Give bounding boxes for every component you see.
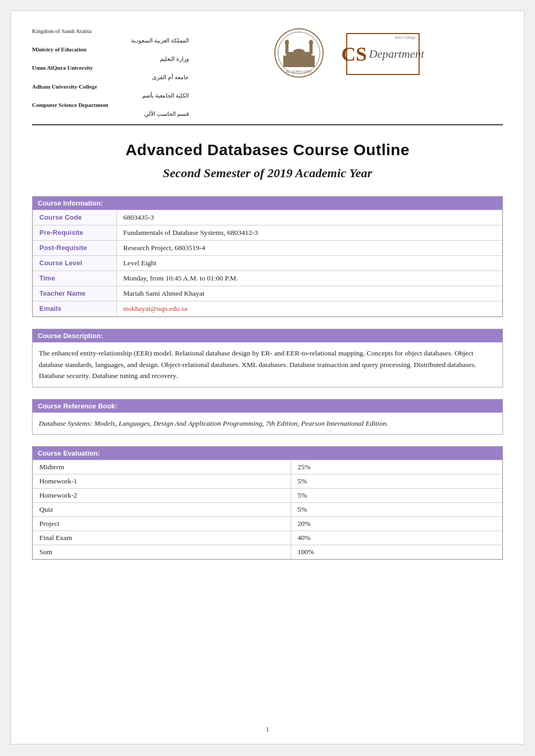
label-post-requisite: Post-Requisite — [33, 240, 117, 255]
table-row: Post-Requisite Research Project, 6803519… — [33, 240, 502, 255]
eval-label-final-exam: Final Exam — [33, 531, 291, 545]
eval-value-sum: 100% — [291, 545, 502, 559]
cs-logo-small-text: Adm College — [395, 36, 416, 39]
table-row: Pre-Requisite Fundamentals of Database S… — [33, 225, 502, 240]
header: Kingdom of Saudi Arabia المملكة العربية … — [32, 27, 503, 125]
eval-label-project: Project — [33, 517, 291, 531]
line-arabic-3: جامعة أم القرى — [32, 73, 189, 82]
institution-info: Kingdom of Saudi Arabia المملكة العربية … — [32, 27, 189, 119]
svg-rect-6 — [293, 53, 305, 57]
label-course-code: Course Code — [33, 210, 117, 225]
table-row: Sum 100% — [33, 545, 502, 559]
label-time: Time — [33, 271, 117, 286]
label-pre-requisite: Pre-Requisite — [33, 225, 117, 240]
eval-label-quiz: Quiz — [33, 503, 291, 517]
main-title: Advanced Databases Course Outline — [32, 141, 503, 159]
table-row: Time Monday, from 10:45 A.M. to 01:00 P.… — [33, 271, 502, 286]
eval-value-final-exam: 40% — [291, 531, 502, 545]
uqu-logo: AL-QURA UNIV. — [273, 27, 325, 81]
eval-label-hw2: Homework-2 — [33, 489, 291, 503]
cs-department-text: Department — [369, 47, 424, 61]
eval-value-midterm: 25% — [291, 460, 502, 474]
course-evaluation-header: Course Evaluation: — [33, 447, 502, 460]
svg-rect-2 — [283, 56, 315, 67]
course-description-section: Course Description: The enhanced entity-… — [32, 329, 503, 387]
eval-value-quiz: 5% — [291, 503, 502, 517]
page-number: 1 — [11, 725, 524, 733]
eval-value-hw1: 5% — [291, 474, 502, 489]
line-arabic-2: وزارة التعليم — [32, 55, 189, 64]
eval-label-hw1: Homework-1 — [33, 474, 291, 489]
table-row: Quiz 5% — [33, 503, 502, 517]
value-course-code: 6803435-3 — [117, 210, 502, 225]
table-row: Teacher Name Mariah Sami Ahmed Khayat — [33, 286, 502, 301]
line-college: Adham University College — [32, 82, 189, 92]
logos-container: AL-QURA UNIV. Adm College CS Department — [189, 27, 503, 81]
course-information-section: Course Information: Course Code 6803435-… — [32, 196, 503, 317]
svg-text:AL-QURA UNIV.: AL-QURA UNIV. — [285, 70, 312, 74]
course-info-table: Course Code 6803435-3 Pre-Requisite Fund… — [33, 210, 502, 317]
course-info-header: Course Information: — [33, 197, 502, 210]
value-emails: mskhayat@uqu.edu.sa — [117, 301, 502, 316]
line-department: Computer Science Department — [32, 101, 189, 110]
table-row: Course Code 6803435-3 — [33, 210, 502, 225]
line-arabic-5: قسم الحاسب الآلي — [32, 110, 189, 119]
table-row: Project 20% — [33, 517, 502, 531]
table-row: Final Exam 40% — [33, 531, 502, 545]
table-row: Midterm 25% — [33, 460, 502, 474]
email-link[interactable]: mskhayat@uqu.edu.sa — [123, 305, 187, 312]
cs-letters: CS — [341, 42, 367, 66]
value-pre-requisite: Fundamentals of Database Systems, 680341… — [117, 225, 502, 240]
course-reference-section: Course Reference Book: Database Systems:… — [32, 399, 503, 435]
line-university: Umm AlQura University — [32, 63, 189, 73]
evaluation-table: Midterm 25% Homework-1 5% Homework-2 5% … — [33, 460, 502, 559]
course-reference-body: Database Systems: Models, Languages, Des… — [33, 413, 502, 435]
cs-department-logo: Adm College CS Department — [346, 33, 420, 75]
value-course-level: Level Eight — [117, 255, 502, 271]
page: Kingdom of Saudi Arabia المملكة العربية … — [10, 10, 525, 744]
line-kingdom: Kingdom of Saudi Arabia — [32, 27, 189, 36]
value-post-requisite: Research Project, 6803519-4 — [117, 240, 502, 255]
line-arabic-4: الكلية الجامعية بأضم — [32, 91, 189, 101]
value-teacher-name: Mariah Sami Ahmed Khayat — [117, 286, 502, 301]
line-ministry: Ministry of Education — [32, 45, 189, 55]
eval-label-midterm: Midterm — [33, 460, 291, 474]
table-row: Emails mskhayat@uqu.edu.sa — [33, 301, 502, 316]
sub-title: Second Semester of 2019 Academic Year — [32, 166, 503, 180]
table-row: Homework-2 5% — [33, 489, 502, 503]
course-reference-header: Course Reference Book: — [33, 399, 502, 413]
cs-logo-inner: CS Department — [341, 42, 424, 66]
value-time: Monday, from 10:45 A.M. to 01:00 P.M. — [117, 271, 502, 286]
table-row: Homework-1 5% — [33, 474, 502, 489]
eval-value-hw2: 5% — [291, 489, 502, 503]
label-emails: Emails — [33, 301, 117, 316]
label-teacher-name: Teacher Name — [33, 286, 117, 301]
course-description-body: The enhanced entity-relationship (EER) m… — [33, 342, 502, 387]
label-course-level: Course Level — [33, 255, 117, 271]
course-description-header: Course Description: — [33, 329, 502, 342]
course-evaluation-section: Course Evaluation: Midterm 25% Homework-… — [32, 446, 503, 560]
table-row: Course Level Level Eight — [33, 255, 502, 271]
svg-rect-12 — [311, 40, 312, 43]
line-arabic-1: المملكة العربية السعودية — [32, 36, 189, 46]
eval-value-project: 20% — [291, 517, 502, 531]
eval-label-sum: Sum — [33, 545, 291, 559]
svg-rect-9 — [287, 40, 288, 43]
